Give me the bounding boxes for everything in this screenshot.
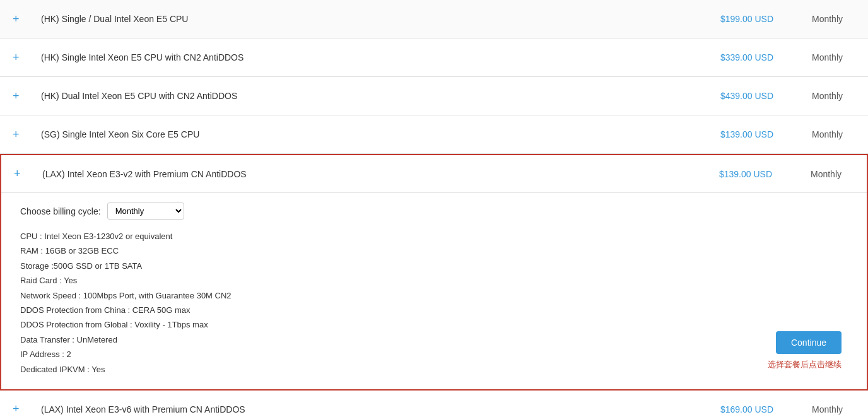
product-name-lax-e3v6: (LAX) Intel Xeon E3-v6 with Premium CN A… xyxy=(32,404,698,414)
billing-cycle-label: Choose billing cycle: xyxy=(20,206,101,216)
spec-ram: RAM : 16GB or 32GB ECC xyxy=(20,244,722,258)
product-billing-hk-single-dual: Monthly xyxy=(792,14,855,24)
product-row-hk-single-dual: + (HK) Single / Dual Intel Xeon E5 CPU $… xyxy=(0,0,868,38)
product-name-hk-single-cn2: (HK) Single Intel Xeon E5 CPU with CN2 A… xyxy=(32,52,698,62)
spec-cpu: CPU : Intel Xeon E3-1230v2 or equivalent xyxy=(20,229,722,244)
product-price-sg-single: $139.00 USD xyxy=(698,129,792,139)
expand-icon-hk-single-dual[interactable]: + xyxy=(13,13,32,26)
expand-icon-sg-single[interactable]: + xyxy=(13,128,32,141)
product-row-hk-dual-cn2: + (HK) Dual Intel Xeon E5 CPU with CN2 A… xyxy=(0,77,868,115)
product-row-lax-e3v6: + (LAX) Intel Xeon E3-v6 with Premium CN… xyxy=(0,391,868,417)
spec-ip: IP Address : 2 xyxy=(20,347,722,361)
product-name-hk-single-dual: (HK) Single / Dual Intel Xeon E5 CPU xyxy=(32,14,698,24)
product-name-hk-dual-cn2: (HK) Dual Intel Xeon E5 CPU with CN2 Ant… xyxy=(32,91,698,101)
product-row-sg-single: + (SG) Single Intel Xeon Six Core E5 CPU… xyxy=(0,115,868,154)
product-price-hk-single-dual: $199.00 USD xyxy=(698,14,792,24)
continue-hint: 选择套餐后点击继续 xyxy=(768,359,842,370)
action-column: Continue 选择套餐后点击继续 xyxy=(722,229,848,377)
spec-storage: Storage :500G SSD or 1TB SATA xyxy=(20,259,722,273)
spec-network: Network Speed : 100Mbps Port, with Guara… xyxy=(20,288,722,303)
product-row-lax-e3v2: + (LAX) Intel Xeon E3-v2 with Premium CN… xyxy=(0,154,868,391)
product-price-hk-dual-cn2: $439.00 USD xyxy=(698,91,792,101)
spec-transfer: Data Transfer : UnMetered xyxy=(20,332,722,347)
expand-icon-lax-e3v2[interactable]: + xyxy=(14,167,33,180)
billing-cycle-select[interactable]: Monthly Quarterly Semi-Annually Annually xyxy=(107,203,184,220)
product-price-lax-e3v6: $169.00 USD xyxy=(698,404,792,414)
spec-ipkvm: Dedicated IPKVM : Yes xyxy=(20,362,722,377)
product-row-hk-single-cn2: + (HK) Single Intel Xeon E5 CPU with CN2… xyxy=(0,38,868,77)
product-billing-hk-single-cn2: Monthly xyxy=(792,52,855,62)
product-billing-hk-dual-cn2: Monthly xyxy=(792,91,855,101)
product-billing-lax-e3v6: Monthly xyxy=(792,404,855,414)
product-name-lax-e3v2: (LAX) Intel Xeon E3-v2 with Premium CN A… xyxy=(33,169,696,179)
product-price-lax-e3v2: $139.00 USD xyxy=(696,169,791,179)
product-billing-sg-single: Monthly xyxy=(792,129,855,139)
product-list: + (HK) Single / Dual Intel Xeon E5 CPU $… xyxy=(0,0,868,417)
product-billing-lax-e3v2: Monthly xyxy=(791,169,854,179)
product-price-hk-single-cn2: $339.00 USD xyxy=(698,52,792,62)
expand-icon-lax-e3v6[interactable]: + xyxy=(13,402,32,416)
expanded-content-lax-e3v2: Choose billing cycle: Monthly Quarterly … xyxy=(1,193,867,389)
expand-icon-hk-dual-cn2[interactable]: + xyxy=(13,90,32,103)
spec-ddos-china: DDOS Protection from China : CERA 50G ma… xyxy=(20,303,722,317)
product-name-sg-single: (SG) Single Intel Xeon Six Core E5 CPU xyxy=(32,129,698,139)
spec-raid: Raid Card : Yes xyxy=(20,273,722,288)
spec-ddos-global: DDOS Protection from Global : Voxility -… xyxy=(20,317,722,332)
continue-button[interactable]: Continue xyxy=(776,331,842,354)
specs-list: CPU : Intel Xeon E3-1230v2 or equivalent… xyxy=(20,229,722,377)
expand-icon-hk-single-cn2[interactable]: + xyxy=(13,51,32,64)
